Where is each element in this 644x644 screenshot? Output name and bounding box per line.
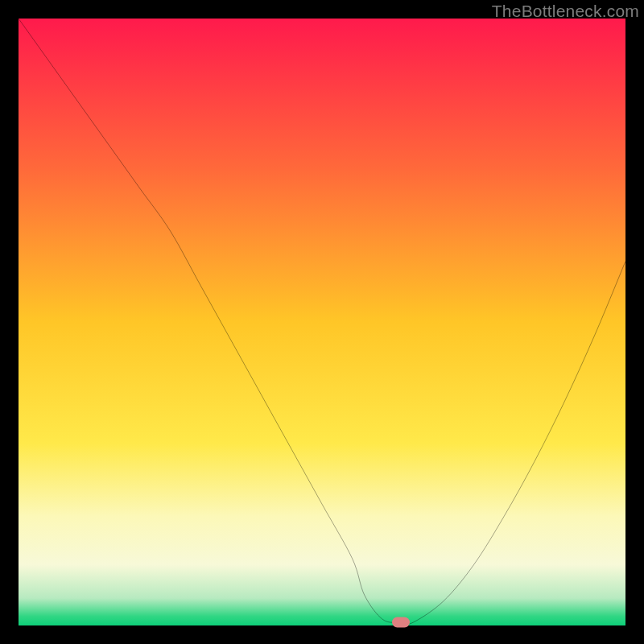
chart-frame: TheBottleneck.com: [0, 0, 644, 644]
optimum-marker: [392, 617, 410, 628]
bottleneck-curve: [19, 19, 625, 625]
plot-area: [19, 19, 625, 625]
watermark: TheBottleneck.com: [492, 2, 639, 21]
